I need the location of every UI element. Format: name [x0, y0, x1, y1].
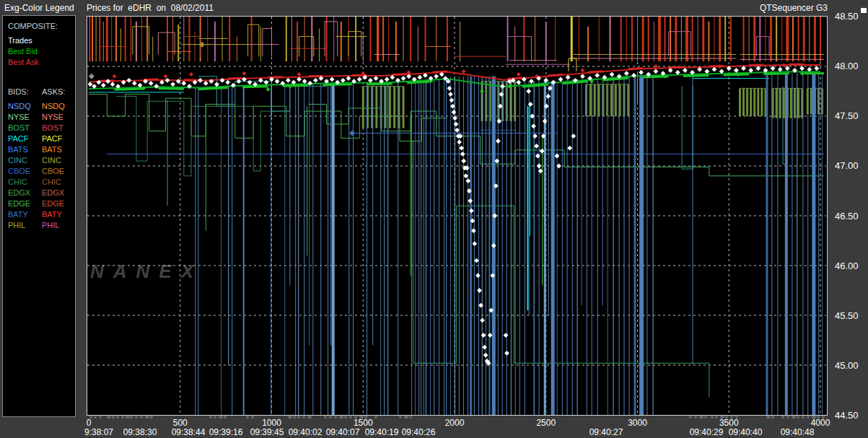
axis-check-tick: v [802, 414, 805, 420]
y-axis-label: 48.00 [835, 61, 859, 71]
legend-ask-bats: BATS [42, 145, 62, 154]
axis-check-tick: v [364, 414, 367, 420]
axis-check-tick: v [293, 414, 296, 420]
legend-window-title: Exg-Color Legend [4, 3, 74, 13]
legend-ask-chic: CHIC [42, 178, 61, 186]
axis-check-tick: v [112, 414, 115, 420]
axis-check-tick: v [135, 414, 138, 420]
x-axis-seq-label: 500 [173, 418, 188, 428]
axis-check-tick: v [704, 414, 707, 420]
axis-check-tick: v [797, 414, 799, 420]
y-axis-label: 47.00 [835, 160, 859, 171]
x-axis-time-label: 9:38:07 [84, 427, 113, 437]
axis-check-tick: v [334, 414, 337, 420]
axis-check-tick: w [792, 414, 796, 420]
legend-ask-edgx: EDGX [42, 188, 64, 197]
axis-check-tick: w [288, 414, 292, 420]
axis-check-tick: v [730, 414, 733, 420]
x-axis-time-label: 09:40:26 [402, 427, 436, 437]
legend-bid-edgx: EDGX [8, 188, 30, 197]
legend-bid-cboe: CBOE [8, 167, 30, 175]
legend-ask-bost: BOST [42, 123, 63, 132]
axis-check-tick: w [339, 414, 343, 420]
legend-bid-nsdq: NSDQ [8, 102, 31, 110]
legend-ask-cboe: CBOE [42, 167, 64, 175]
legend-ask-edge: EDGE [42, 199, 64, 208]
legend-ask-phil: PHIL [42, 221, 59, 229]
x-axis-time-label: 09:40:02 [289, 427, 323, 437]
axis-check-tick: v [725, 414, 728, 420]
axis-check-tick: w [404, 414, 408, 420]
legend-bid-cinc: CINC [8, 156, 27, 165]
x-axis-time-label: 09:40:07 [326, 427, 360, 437]
titlebar-indicator [861, 8, 867, 13]
axis-check-tick: v [409, 414, 412, 420]
x-axis-time-label: 09:40:40 [729, 427, 763, 437]
axis-check-tick: v [822, 414, 825, 420]
axis-check-tick: v [94, 414, 97, 420]
axis-check-tick: v [130, 414, 133, 420]
axis-check-tick: v [329, 414, 332, 420]
plot-canvas[interactable] [87, 17, 827, 415]
legend-bid-edge: EDGE [8, 199, 30, 208]
axis-check-tick: w [145, 414, 149, 420]
axis-check-tick: v [344, 414, 347, 420]
axis-check-tick: v [807, 414, 810, 420]
y-axis-label: 46.00 [835, 260, 859, 271]
x-axis-time-label: 09:40:48 [781, 427, 815, 437]
price-chart[interactable]: NANEX [87, 16, 828, 416]
legend-ask-baty: BATY [42, 210, 62, 219]
legend-bid-nyse: NYSE [8, 113, 30, 121]
x-axis-time-label: 09:40:27 [589, 427, 623, 437]
axis-check-tick: v [694, 414, 697, 420]
title-bar: Exg-Color Legend Prices for eDHR on 08/0… [0, 0, 868, 14]
axis-check-tick: v [99, 414, 102, 420]
axis-check-tick: v [246, 414, 249, 420]
axis-check-tick: v [214, 414, 216, 420]
x-axis-seq-label: 1000 [262, 418, 281, 428]
axis-check-tick: v [116, 414, 119, 420]
axis-check-tick: v [781, 414, 784, 420]
axis-check-tick: v [121, 414, 124, 420]
axis-check-tick: v [251, 414, 254, 420]
x-axis-seq-label: 3000 [628, 418, 647, 428]
y-axis-label: 48.50 [835, 11, 859, 22]
axis-check-tick: v [715, 414, 718, 420]
x-axis-time-label: 09:39:45 [250, 427, 284, 437]
x-axis-time-label: 09:40:29 [690, 427, 724, 437]
bids-header: BIDS: [8, 87, 29, 96]
legend-ask-nsdq: NSDQ [42, 102, 65, 110]
axis-check-tick: w [107, 414, 111, 420]
axis-check-tick: v [224, 414, 227, 420]
axis-check-tick: v [399, 414, 402, 420]
chart-window-title: Prices for eDHR on 08/02/2011 [87, 3, 214, 13]
y-axis-label: 45.50 [835, 310, 859, 321]
axis-check-tick: v [689, 414, 692, 420]
axis-check-tick: v [374, 414, 377, 420]
axis-check-tick: w [126, 414, 130, 420]
axis-check-tick: v [324, 414, 327, 420]
legend-bid-phil: PHIL [8, 221, 25, 229]
axis-check-tick: v [150, 414, 153, 420]
legend-ask-nyse: NYSE [42, 113, 63, 121]
axis-check-tick: w [359, 414, 364, 420]
qtsequencer-window: Exg-Color Legend Prices for eDHR on 08/0… [0, 0, 868, 438]
legend-composite-best-ask: Best Ask [8, 58, 39, 66]
exchange-color-legend: COMPOSITE: TradesBest BidBest Ask BIDS: … [2, 15, 76, 417]
legend-ask-cinc: CINC [42, 156, 61, 165]
x-axis-time-label: 09:39:16 [209, 427, 243, 437]
axis-check-tick: v [89, 414, 92, 420]
y-axis-label: 46.50 [835, 211, 859, 222]
legend-bid-pacf: PACF [8, 134, 29, 143]
x-axis-seq-label: 2500 [536, 418, 556, 428]
legend-bid-bats: BATS [8, 145, 28, 154]
axis-check-tick: w [699, 414, 703, 420]
asks-header: ASKS: [42, 87, 65, 96]
axis-check-tick: v [297, 414, 300, 420]
axis-check-tick: v [786, 414, 789, 420]
axis-check-tick: w [307, 414, 312, 420]
legend-ask-pacf: PACF [42, 134, 63, 143]
axis-check-tick: w [219, 414, 223, 420]
composite-header: COMPOSITE: [8, 22, 58, 30]
y-axis-label: 47.50 [835, 110, 859, 121]
